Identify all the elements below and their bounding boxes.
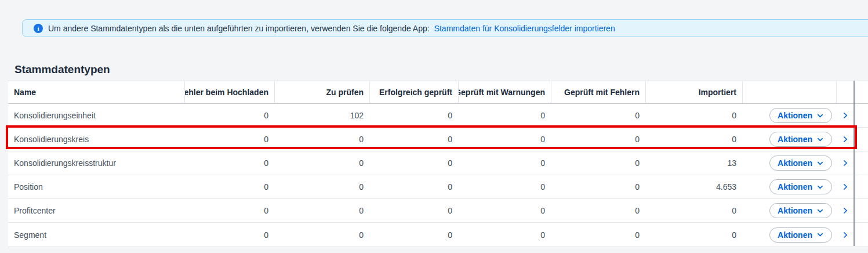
- chevron-right-icon[interactable]: [841, 135, 849, 143]
- table-row[interactable]: Segment 0 0 0 0 0 0 Aktionen: [8, 223, 868, 247]
- chevron-down-icon: [816, 112, 824, 120]
- row-name-cell: Segment: [8, 230, 184, 240]
- cell-geprueft-mit-fehlern: 0: [551, 230, 645, 240]
- aktionen-button-label: Aktionen: [778, 135, 812, 144]
- stammdaten-table: Name Fehler beim Hochladen Zu prüfen Erf…: [8, 81, 868, 247]
- cell-importiert: 0: [645, 111, 742, 120]
- cell-importiert: 4.653: [645, 182, 742, 191]
- info-message-link[interactable]: Stammdaten für Konsolidierungsfelder imp…: [434, 24, 615, 33]
- aktionen-button[interactable]: Aktionen: [769, 108, 832, 123]
- column-header-erfolgreich-geprueft[interactable]: Erfolgreich geprüft: [369, 81, 458, 103]
- chevron-right-icon[interactable]: [841, 207, 849, 215]
- aktionen-button-label: Aktionen: [778, 206, 812, 215]
- aktionen-button-label: Aktionen: [778, 230, 812, 240]
- cell-erfolgreich-geprueft: 0: [369, 206, 458, 215]
- column-header-gutter: [854, 81, 868, 103]
- info-message-strip: i Um andere Stammdatentypen als die unte…: [22, 19, 868, 37]
- cell-geprueft-mit-warnungen: 0: [458, 135, 551, 144]
- cell-geprueft-mit-warnungen: 0: [458, 111, 551, 120]
- table-row[interactable]: Profitcenter 0 0 0 0 0 0 Aktionen: [8, 199, 868, 223]
- column-header-fehler-beim-hochladen[interactable]: Fehler beim Hochladen: [184, 81, 274, 103]
- column-header-geprueft-mit-warnungen[interactable]: Geprüft mit Warnungen: [458, 81, 551, 103]
- cell-importiert: 0: [645, 230, 742, 240]
- aktionen-button[interactable]: Aktionen: [769, 132, 832, 147]
- cell-fehler-beim-hochladen: 0: [184, 135, 274, 144]
- table-row[interactable]: Position 0 0 0 0 0 4.653 Aktionen: [8, 175, 868, 199]
- cell-fehler-beim-hochladen: 0: [184, 206, 274, 215]
- row-name-cell: Konsolidierungskreis: [8, 135, 184, 144]
- cell-fehler-beim-hochladen: 0: [184, 158, 274, 168]
- aktionen-button[interactable]: Aktionen: [769, 156, 832, 171]
- aktionen-button-label: Aktionen: [778, 158, 812, 168]
- chevron-right-icon[interactable]: [841, 183, 849, 191]
- cell-fehler-beim-hochladen: 0: [184, 182, 274, 191]
- cell-geprueft-mit-fehlern: 0: [551, 182, 645, 191]
- table-right-border: [854, 81, 855, 246]
- cell-fehler-beim-hochladen: 0: [184, 230, 274, 240]
- cell-zu-pruefen: 102: [274, 111, 369, 120]
- cell-erfolgreich-geprueft: 0: [369, 158, 458, 168]
- cell-erfolgreich-geprueft: 0: [369, 182, 458, 191]
- row-name-cell: Konsolidierungskreisstruktur: [8, 158, 184, 168]
- table-row[interactable]: Konsolidierungskreisstruktur 0 0 0 0 0 1…: [8, 151, 868, 175]
- table-header-row: Name Fehler beim Hochladen Zu prüfen Erf…: [8, 81, 868, 104]
- column-header-geprueft-mit-fehlern[interactable]: Geprüft mit Fehlern: [551, 81, 645, 103]
- cell-fehler-beim-hochladen: 0: [184, 111, 274, 120]
- chevron-down-icon: [816, 136, 824, 143]
- chevron-down-icon: [816, 183, 824, 191]
- cell-importiert: 13: [645, 158, 742, 168]
- table-body: Konsolidierungseinheit 0 102 0 0 0 0 Akt…: [8, 104, 868, 247]
- cell-geprueft-mit-warnungen: 0: [458, 230, 551, 240]
- cell-zu-pruefen: 0: [274, 206, 369, 215]
- chevron-down-icon: [816, 231, 824, 238]
- chevron-down-icon: [816, 207, 824, 215]
- aktionen-button-label: Aktionen: [778, 182, 812, 191]
- info-message-text: Um andere Stammdatentypen als die unten …: [48, 24, 430, 33]
- cell-zu-pruefen: 0: [274, 230, 369, 240]
- cell-zu-pruefen: 0: [274, 158, 369, 168]
- column-header-actions: [742, 81, 836, 103]
- cell-geprueft-mit-fehlern: 0: [551, 111, 645, 120]
- chevron-right-icon[interactable]: [841, 231, 849, 239]
- row-name-cell: Position: [8, 182, 184, 191]
- aktionen-button[interactable]: Aktionen: [769, 179, 832, 194]
- cell-geprueft-mit-fehlern: 0: [551, 206, 645, 215]
- row-name-cell: Profitcenter: [8, 206, 184, 215]
- cell-zu-pruefen: 0: [274, 135, 369, 144]
- cell-geprueft-mit-warnungen: 0: [458, 182, 551, 191]
- column-header-importiert[interactable]: Importiert: [645, 81, 742, 103]
- chevron-right-icon[interactable]: [841, 111, 849, 120]
- table-row[interactable]: Konsolidierungseinheit 0 102 0 0 0 0 Akt…: [8, 104, 868, 128]
- chevron-right-icon[interactable]: [841, 159, 849, 167]
- cell-geprueft-mit-warnungen: 0: [458, 206, 551, 215]
- aktionen-button[interactable]: Aktionen: [769, 227, 832, 243]
- cell-erfolgreich-geprueft: 0: [369, 135, 458, 144]
- aktionen-button-label: Aktionen: [778, 111, 812, 120]
- column-header-name[interactable]: Name: [8, 81, 184, 103]
- column-header-zu-pruefen[interactable]: Zu prüfen: [274, 81, 369, 103]
- cell-geprueft-mit-fehlern: 0: [551, 158, 645, 168]
- cell-zu-pruefen: 0: [274, 182, 369, 191]
- column-header-nav: [836, 81, 854, 103]
- cell-importiert: 0: [645, 135, 742, 144]
- cell-importiert: 0: [645, 206, 742, 215]
- cell-geprueft-mit-warnungen: 0: [458, 158, 551, 168]
- aktionen-button[interactable]: Aktionen: [769, 203, 832, 218]
- cell-geprueft-mit-fehlern: 0: [551, 135, 645, 144]
- info-icon: i: [34, 24, 43, 33]
- row-name-cell: Konsolidierungseinheit: [8, 111, 184, 120]
- cell-erfolgreich-geprueft: 0: [369, 111, 458, 120]
- page-title: Stammdatentypen: [14, 62, 110, 77]
- chevron-down-icon: [816, 160, 824, 167]
- table-row[interactable]: Konsolidierungskreis 0 0 0 0 0 0 Aktione…: [8, 128, 868, 151]
- cell-erfolgreich-geprueft: 0: [369, 230, 458, 240]
